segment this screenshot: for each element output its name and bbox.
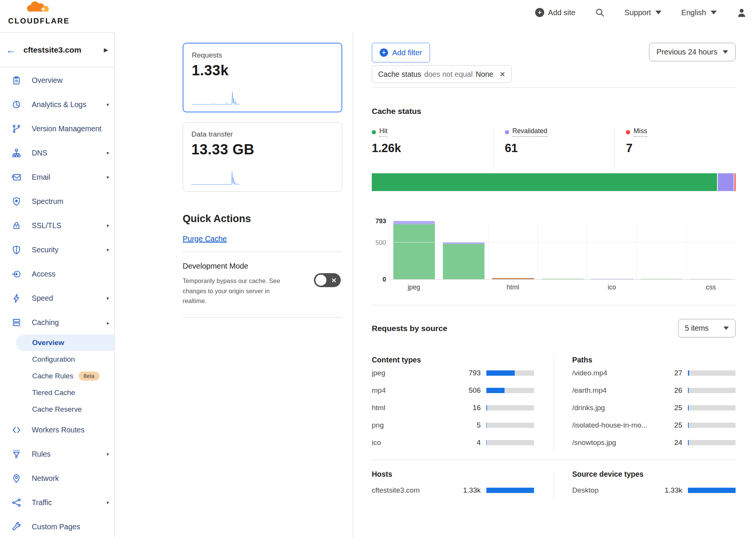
chevron-down-icon: ▾ [106, 451, 109, 457]
sidebar-item-custom-pages[interactable]: Custom Pages [0, 515, 114, 538]
location-pin-icon [11, 473, 22, 484]
sidebar-item-speed[interactable]: Speed ▾ [0, 286, 114, 310]
hit-dot-icon [372, 130, 376, 134]
paths-table: Paths /video.mp427 /earth.mp426 /drinks.… [554, 356, 736, 451]
funnel-icon [11, 449, 22, 459]
sidebar-item-rules[interactable]: Rules ▾ [0, 442, 114, 466]
content-types-table: Content types jpeg793 mp4506 html16 png5… [372, 356, 554, 451]
cache-status-title: Cache status [372, 107, 736, 116]
requests-by-source-section: Requests by source 5 items Content types… [372, 305, 736, 499]
lock-icon [11, 221, 22, 231]
beta-badge: Beta [79, 372, 99, 381]
envelope-icon [11, 172, 22, 182]
source-device-types-table: Source device types Desktop1.33k [554, 470, 736, 499]
table-row: ico4 [372, 434, 534, 451]
requests-metric-card[interactable]: Requests 1.33k [183, 43, 342, 112]
revalidated-value: 61 [505, 141, 615, 155]
access-arrow-icon [11, 269, 22, 279]
sidebar-item-email[interactable]: Email ▾ [0, 165, 114, 189]
sidebar-item-version-management[interactable]: Version Management [0, 117, 114, 141]
search-icon[interactable] [595, 8, 605, 17]
table-row: /isolated-house-in-mo...25 [572, 417, 736, 434]
cache-status-section: Cache status Hit 1.26k Revalidated 61 Mi… [372, 88, 736, 305]
sidebar-item-cache-reserve[interactable]: Cache Reserve [0, 401, 114, 418]
chevron-down-icon: ▾ [106, 102, 109, 107]
cloudflare-cloud-icon [25, 0, 53, 16]
revalidated-dot-icon [505, 130, 509, 134]
language-menu[interactable]: English [681, 8, 717, 17]
data-transfer-metric-card[interactable]: Data transfer 13.33 GB [183, 122, 342, 192]
sidebar-item-caching-overview[interactable]: Overview [16, 334, 114, 351]
chevron-down-icon: ▾ [106, 150, 109, 156]
sidebar-item-analytics-logs[interactable]: Analytics & Logs ▾ [0, 92, 114, 117]
table-row: png5 [372, 417, 534, 434]
bar-chart-plot [389, 221, 736, 280]
analytics-panel: + Add filter Cache status does not equal… [353, 32, 756, 538]
requests-by-source-title: Requests by source [372, 324, 447, 333]
chevron-down-icon [711, 11, 717, 14]
sidebar-item-dns[interactable]: DNS ▾ [0, 141, 114, 165]
chevron-down-icon: ▾ [106, 223, 109, 229]
toggle-knob [315, 275, 326, 286]
quick-actions-title: Quick Actions [183, 213, 342, 225]
table-row: /earth.mp426 [572, 382, 736, 399]
plus-icon: + [380, 48, 388, 57]
miss-value: 7 [626, 141, 736, 155]
stat-hit[interactable]: Hit 1.26k [372, 127, 493, 169]
purge-cache-link[interactable]: Purge Cache [183, 235, 227, 243]
sidebar-item-traffic[interactable]: Traffic ▾ [0, 490, 114, 515]
account-avatar[interactable] [736, 7, 747, 18]
chevron-down-icon [655, 11, 661, 14]
sidebar-item-tiered-cache[interactable]: Tiered Cache [0, 384, 114, 401]
chevron-right-icon[interactable]: ▶ [104, 47, 108, 53]
table-row: /snowtops.jpg24 [572, 434, 736, 451]
chevron-down-icon [723, 50, 728, 54]
sidebar-item-workers-routes[interactable]: Workers Routes [0, 418, 114, 442]
shield-asterisk-icon [11, 196, 22, 207]
cache-status-filter-chip[interactable]: Cache status does not equal None ✕ [372, 65, 512, 83]
add-site-button[interactable]: + Add site [535, 8, 575, 17]
shield-icon [11, 245, 22, 255]
sidebar: ← cftestsite3.com ▶ Overview Analytics &… [0, 32, 115, 538]
stat-miss[interactable]: Miss 7 [614, 127, 736, 169]
requests-sparkline [192, 91, 240, 106]
support-menu[interactable]: Support [624, 8, 661, 17]
sidebar-item-ssl-tls[interactable]: SSL/TLS ▾ [0, 213, 114, 238]
time-range-dropdown[interactable]: Previous 24 hours [649, 43, 736, 61]
sidebar-item-caching[interactable]: Caching ▴ [0, 310, 114, 334]
site-name: cftestsite3.com [23, 45, 104, 54]
code-brackets-icon [11, 425, 22, 435]
filter-bar: + Add filter Cache status does not equal… [372, 32, 736, 88]
items-count-dropdown[interactable]: 5 items [678, 319, 736, 337]
development-mode-title: Development Mode [183, 262, 342, 271]
sidebar-item-network[interactable]: Network [0, 466, 114, 490]
sidebar-item-security[interactable]: Security ▾ [0, 238, 114, 262]
pie-chart-icon [11, 100, 22, 110]
hierarchy-icon [11, 148, 22, 158]
back-arrow-icon[interactable]: ← [6, 45, 16, 55]
wrench-icon [11, 522, 22, 532]
sidebar-item-access[interactable]: Access [0, 262, 114, 286]
sidebar-item-caching-configuration[interactable]: Configuration [0, 351, 114, 368]
sidebar-item-cache-rules[interactable]: Cache Rules Beta [0, 368, 114, 384]
cloudflare-wordmark: CLOUDFLARE [8, 17, 70, 25]
chevron-up-icon: ▴ [106, 320, 109, 325]
lightning-bolt-icon [11, 293, 22, 303]
sidebar-item-overview[interactable]: Overview [0, 68, 114, 92]
cache-status-stats: Hit 1.26k Revalidated 61 Miss 7 [372, 127, 736, 169]
share-network-icon [11, 498, 22, 508]
git-branch-icon [11, 124, 22, 134]
chevron-down-icon: ▾ [106, 247, 109, 253]
metric-value: 1.33k [192, 62, 333, 79]
stat-revalidated[interactable]: Revalidated 61 [493, 127, 615, 169]
add-filter-button[interactable]: + Add filter [372, 43, 430, 62]
sidebar-item-spectrum[interactable]: Spectrum [0, 189, 114, 213]
development-mode-description: Temporarily bypass our cache. See change… [183, 276, 286, 306]
close-icon[interactable]: ✕ [499, 70, 505, 79]
development-mode-toggle[interactable]: ✕ [314, 273, 341, 287]
metric-value: 13.33 GB [191, 141, 334, 158]
table-row: Desktop1.33k [572, 482, 736, 499]
plus-icon: + [535, 8, 544, 17]
cloudflare-logo[interactable]: CLOUDFLARE [7, 0, 71, 25]
table-row: jpeg793 [372, 364, 534, 382]
